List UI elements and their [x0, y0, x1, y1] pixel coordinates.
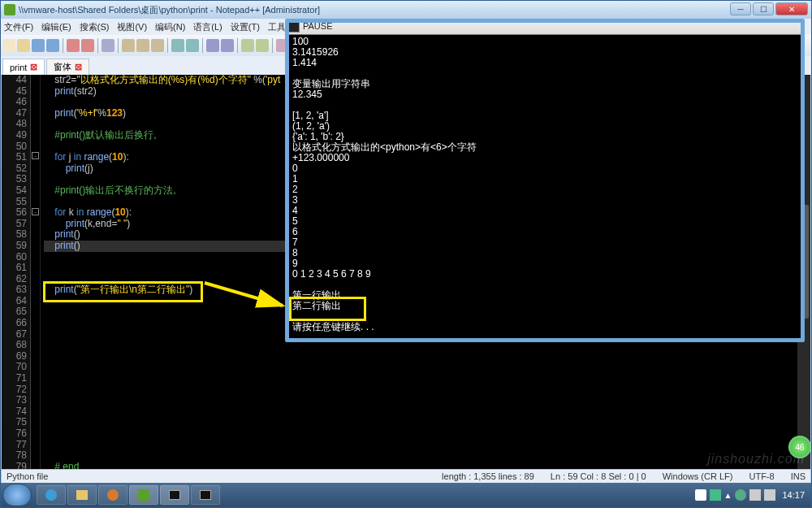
replace-icon[interactable] [221, 39, 234, 52]
code-line[interactable] [44, 450, 810, 462]
print-icon[interactable] [102, 39, 114, 52]
console-output: 100 3.1415926 1.414 变量输出用字符串 12.345 [1, … [289, 35, 801, 334]
status-bar: Python file length : 1,355 lines : 89 Ln… [2, 469, 810, 483]
open-file-icon[interactable] [17, 39, 30, 52]
close-all-icon[interactable] [81, 39, 94, 52]
status-encoding: UTF-8 [749, 471, 774, 481]
code-line[interactable] [44, 351, 810, 363]
annotation-box-source [43, 281, 203, 302]
taskbar-item-cmd2[interactable] [191, 485, 220, 505]
code-line[interactable] [44, 417, 810, 428]
code-line[interactable] [44, 406, 810, 418]
close-button[interactable]: ✕ [775, 2, 808, 15]
tray-network-icon[interactable] [749, 489, 761, 501]
close-icon[interactable]: ⊠ [30, 62, 37, 72]
status-eol: Windows (CR LF) [663, 471, 733, 481]
line-number-gutter: 4445464748495051525354555657585960616263… [2, 75, 31, 473]
tray-flag-icon[interactable] [695, 489, 706, 501]
taskbar-item-explorer[interactable] [67, 485, 97, 505]
new-file-icon[interactable] [2, 39, 15, 52]
save-icon[interactable] [32, 39, 45, 52]
menu-encoding[interactable]: 编码(N) [155, 21, 185, 33]
window-titlebar: \\vmware-host\Shared Folders\桌面\python\p… [1, 1, 811, 19]
code-line[interactable] [44, 428, 810, 440]
app-icon [4, 4, 15, 15]
tab-form[interactable]: 窗体⊠ [46, 59, 89, 75]
close-file-icon[interactable] [67, 39, 80, 52]
taskbar-item-wmp[interactable] [98, 485, 127, 505]
taskbar-item-notepadpp[interactable] [129, 485, 158, 505]
status-insert-mode: INS [791, 471, 806, 481]
code-line[interactable] [44, 373, 810, 384]
fold-column[interactable]: - - [31, 75, 41, 473]
zoom-in-icon[interactable] [241, 39, 254, 52]
save-all-icon[interactable] [46, 39, 59, 52]
tray-shield-icon[interactable] [710, 489, 721, 501]
console-icon [288, 21, 300, 33]
taskbar-item-ie[interactable] [37, 485, 66, 505]
close-icon[interactable]: ⊠ [75, 62, 82, 72]
copy-icon[interactable] [136, 39, 149, 52]
minimize-button[interactable]: ─ [730, 2, 751, 15]
maximize-button[interactable]: ☐ [753, 2, 774, 15]
undo-icon[interactable] [171, 39, 184, 52]
taskbar-item-cmd[interactable] [160, 485, 189, 505]
console-titlebar[interactable]: PAUSE [285, 19, 805, 35]
code-line[interactable] [44, 395, 810, 406]
tray-volume-icon[interactable] [764, 489, 775, 501]
window-title: \\vmware-host\Shared Folders\桌面\python\p… [19, 4, 320, 16]
zoom-out-icon[interactable] [256, 39, 269, 52]
clock[interactable]: 14:17 [782, 490, 805, 500]
status-position: Ln : 59 Col : 8 Sel : 0 | 0 [551, 471, 646, 481]
fold-marker-icon[interactable]: - [32, 152, 39, 159]
console-title: PAUSE [303, 21, 332, 32]
start-button[interactable] [2, 484, 32, 506]
menu-view[interactable]: 视图(V) [117, 21, 147, 33]
system-tray[interactable]: ▲ 14:17 [695, 489, 810, 501]
paste-icon[interactable] [151, 39, 164, 52]
find-icon[interactable] [206, 39, 219, 52]
status-language: Python file [6, 471, 48, 481]
menu-edit[interactable]: 编辑(E) [41, 21, 71, 33]
tray-app-icon[interactable] [735, 489, 746, 501]
status-length: length : 1,355 lines : 89 [442, 471, 534, 481]
console-window[interactable]: PAUSE 100 3.1415926 1.414 变量输出用字符串 12.34… [285, 19, 805, 342]
code-line[interactable] [44, 362, 810, 373]
assistant-badge-icon[interactable]: 46 [788, 436, 811, 458]
tab-print[interactable]: print⊠ [2, 59, 45, 75]
redo-icon[interactable] [186, 39, 199, 52]
menu-settings[interactable]: 设置(T) [231, 21, 260, 33]
cut-icon[interactable] [122, 39, 135, 52]
annotation-box-target [289, 297, 366, 321]
fold-marker-icon[interactable]: - [32, 208, 39, 215]
watermark: jinshouzhi.com [707, 452, 805, 467]
menu-language[interactable]: 语言(L) [193, 21, 222, 33]
taskbar[interactable]: ▲ 14:17 [1, 483, 811, 507]
code-line[interactable] [44, 440, 810, 451]
menu-file[interactable]: 文件(F) [4, 21, 33, 33]
code-line[interactable] [44, 384, 810, 396]
menu-search[interactable]: 搜索(S) [80, 21, 110, 33]
